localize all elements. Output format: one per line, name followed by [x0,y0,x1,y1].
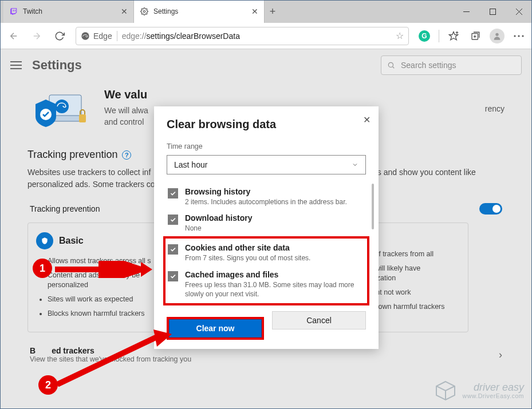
watermark-url: www.DriverEasy.com [463,393,524,399]
back-button[interactable] [3,26,24,46]
svg-marker-22 [141,262,152,277]
time-range-label: Time range [167,142,366,150]
svg-point-12 [514,35,515,37]
section-title-text: Tracking prevention [27,149,117,161]
tab-settings[interactable]: Settings ✕ [134,0,265,23]
url-path: settings/clearBrowserData [147,31,240,41]
collections-icon[interactable] [466,26,485,46]
list-item: Blocks known harmful trackers [48,309,160,319]
svg-line-23 [57,336,158,384]
window-controls [453,0,532,23]
svg-point-11 [495,33,498,35]
check-title: Cached images and files [185,270,364,279]
time-range-value: Last hour [174,160,207,169]
checkbox-checked-icon[interactable] [168,244,178,255]
check-sub: From 7 sites. Signs you out of most site… [185,253,310,263]
list-item: Sites will work as expected [48,295,160,304]
data-type-list: Browsing history 2 items. Includes autoc… [167,184,366,305]
svg-point-13 [518,35,519,37]
check-sub: 2 items. Includes autocompletions in the… [185,197,347,207]
close-icon[interactable]: ✕ [121,7,128,16]
dialog-actions: Clear now Cancel [167,311,366,340]
close-icon[interactable]: ✕ [251,7,258,16]
svg-marker-24 [153,329,172,347]
chevron-down-icon [352,161,358,168]
toolbar-separator [439,30,439,42]
minimize-button[interactable] [453,0,479,23]
scrollbar[interactable] [372,184,374,229]
dialog-close-icon[interactable]: ✕ [363,114,371,125]
checkbox-checked-icon[interactable] [168,215,178,225]
annotation-arrow-2 [57,329,172,387]
edge-pill-label: Edge [93,31,112,41]
check-sub: Frees up less than 31.0 MB. Some sites m… [185,280,364,299]
gear-icon [140,7,149,16]
hero-title: We valu [104,88,148,101]
check-sub: None [185,224,252,233]
annotation-badge-1: 1 [33,259,52,278]
maximize-button[interactable] [479,0,506,23]
annotation-highlight-clear: Clear now [167,317,264,340]
check-title: Download history [185,213,252,223]
refresh-button[interactable] [49,26,70,46]
tab-title: Settings [153,7,247,15]
check-title: Browsing history [185,187,347,196]
section-desc-a: Websites use trackers to collect inf [27,168,151,177]
close-window-button[interactable] [506,0,532,23]
svg-point-14 [522,35,523,37]
address-url: edge://settings/clearBrowserData [122,31,391,41]
hero-line1: We will alwa [104,105,148,116]
address-divider [117,31,117,41]
browser-toolbar: Edge edge://settings/clearBrowserData ☆ … [0,23,532,49]
watermark-brand: driver easy [463,382,524,393]
grammarly-extension-icon[interactable]: G [415,26,434,46]
check-cookies[interactable]: Cookies and other site data From 7 sites… [167,240,365,266]
hero-line2: and control [104,116,148,128]
check-download-history[interactable]: Download history None [167,210,366,236]
window-titlebar: Twitch ✕ Settings ✕ + [0,0,532,23]
privacy-hero-illustration [27,90,90,136]
check-title: Cookies and other site data [185,243,310,252]
checkbox-checked-icon[interactable] [168,271,178,281]
twitch-icon [9,7,18,16]
svg-point-18 [55,100,69,113]
checkbox-checked-icon[interactable] [168,188,178,198]
url-protocol: edge:// [122,31,147,41]
tab-title: Twitch [23,7,116,15]
dialog-title: Clear browsing data [167,118,366,131]
tab-strip: Twitch ✕ Settings ✕ + [3,0,453,23]
new-tab-button[interactable]: + [265,0,281,23]
edge-icon [81,31,90,41]
profile-avatar[interactable] [487,26,507,46]
annotation-badge-2: 2 [38,375,58,395]
forward-button[interactable] [26,26,47,46]
tab-twitch[interactable]: Twitch ✕ [3,0,134,23]
watermark: driver easy www.DriverEasy.com [434,379,524,402]
cancel-button[interactable]: Cancel [272,311,366,329]
annotation-arrow-1 [55,261,152,278]
check-cached-files[interactable]: Cached images and files Frees up less th… [167,267,365,302]
check-browsing-history[interactable]: Browsing history 2 items. Includes autoc… [167,184,366,210]
tracking-toggle[interactable] [479,203,502,215]
help-icon[interactable]: ? [122,150,131,160]
clear-now-button[interactable]: Clear now [169,319,262,337]
chevron-right-icon: › [499,349,502,361]
clear-browsing-data-dialog: ✕ Clear browsing data Time range Last ho… [154,106,379,349]
svg-rect-20 [79,114,86,122]
time-range-select[interactable]: Last hour [167,155,366,174]
svg-point-0 [143,10,145,13]
tracking-toggle-label: Tracking prevention [30,204,100,213]
annotation-highlight-box: Cookies and other site data From 7 sites… [163,236,369,305]
edge-identity: Edge [81,31,112,41]
svg-rect-2 [490,9,495,14]
favorite-star-icon[interactable]: ☆ [396,30,404,41]
hero-copy: We valu We will alwa and control [104,88,148,128]
more-menu-icon[interactable] [509,26,529,46]
address-bar[interactable]: Edge edge://settings/clearBrowserData ☆ [76,27,409,45]
watermark-cube-icon [434,379,457,402]
card-basic-title: Basic [59,236,84,246]
basic-shield-icon [36,232,53,249]
favorites-icon[interactable] [444,26,463,46]
hero-line-end: rency [485,88,505,113]
